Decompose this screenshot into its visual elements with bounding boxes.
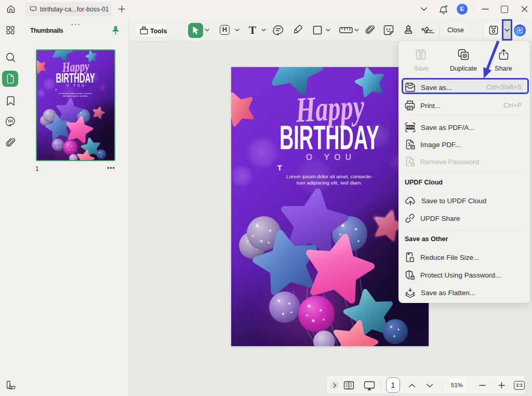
svg-text:PDF/A: PDF/A [406, 126, 415, 129]
